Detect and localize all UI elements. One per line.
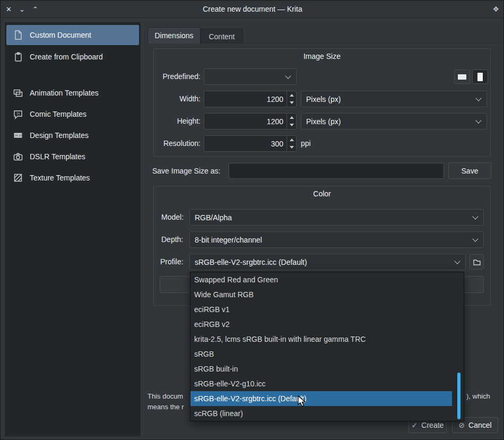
model-combo[interactable]: RGB/Alpha — [189, 209, 484, 226]
landscape-orientation-button[interactable] — [454, 70, 470, 84]
window-title: Create new document — Krita — [1, 1, 504, 18]
sidebar-item-custom-document[interactable]: Custom Document — [6, 25, 139, 45]
portrait-orientation-button[interactable] — [472, 70, 488, 84]
dropdown-scrollbar[interactable] — [457, 373, 460, 419]
profile-browse-button[interactable] — [470, 254, 484, 270]
chevron-down-icon — [454, 258, 460, 264]
sidebar-item-label: Texture Templates — [30, 174, 90, 182]
cancel-icon: ⊘ — [458, 421, 465, 429]
height-unit-value: Pixels (px) — [306, 117, 341, 126]
depth-label: Depth: — [161, 231, 183, 248]
folder-icon — [473, 258, 481, 266]
profile-combo[interactable]: sRGB-elle-V2-srgbtrc.icc (Default) — [189, 254, 466, 270]
mouse-cursor — [298, 395, 307, 409]
spin-up-icon[interactable] — [287, 136, 296, 144]
height-spin-buttons[interactable] — [286, 114, 296, 129]
model-label: Model: — [161, 209, 184, 226]
predefined-combo[interactable] — [204, 68, 297, 85]
profile-value: sRGB-elle-V2-srgbtrc.icc (Default) — [195, 258, 307, 266]
resolution-spinbox[interactable]: 300 — [204, 135, 297, 152]
predefined-label: Predefined: — [147, 68, 201, 85]
sidebar-item-texture-templates[interactable]: Texture Templates — [6, 168, 139, 188]
dropdown-item[interactable]: krita-2.5, lcms sRGB built-in with linea… — [190, 332, 452, 347]
sidebar-item-design-templates[interactable]: 16:10 Design Templates — [6, 125, 139, 145]
dropdown-item[interactable]: sRGB — [190, 347, 452, 361]
spin-down-icon[interactable] — [287, 144, 296, 152]
document-description-fragment: means the r — [147, 403, 184, 411]
dropdown-item[interactable]: eciRGB v1 — [190, 302, 452, 317]
resolution-spin-buttons[interactable] — [286, 136, 296, 151]
spin-up-icon[interactable] — [287, 114, 296, 122]
width-unit-value: Pixels (px) — [306, 95, 341, 103]
spin-down-icon[interactable] — [287, 99, 296, 107]
svg-text:16:10: 16:10 — [15, 134, 22, 137]
resolution-unit-label: ppi — [301, 135, 311, 152]
height-spinbox[interactable]: 1200 — [204, 113, 297, 130]
animation-icon — [12, 87, 24, 99]
spin-up-icon[interactable] — [287, 91, 296, 99]
dropdown-item-selected[interactable]: sRGB-elle-V2-srgbtrc.icc (Default) — [190, 391, 452, 406]
sidebar-item-create-from-clipboard[interactable]: Create from Clipboard — [6, 47, 139, 67]
depth-combo[interactable]: 8-bit integer/channel — [189, 231, 484, 248]
chevron-down-icon — [475, 95, 481, 101]
portrait-icon — [477, 73, 483, 81]
width-label: Width: — [147, 91, 201, 107]
cancel-button-label: Cancel — [468, 421, 492, 429]
dropdown-item[interactable]: sRGB-elle-V2-g10.icc — [190, 376, 452, 391]
sidebar-item-label: DSLR Templates — [30, 152, 85, 161]
sidebar-item-dslr-templates[interactable]: DSLR Templates — [6, 146, 139, 167]
svg-text:?!: ?! — [16, 111, 20, 116]
design-icon: 16:10 — [12, 130, 24, 141]
chevron-down-icon — [472, 213, 478, 219]
sidebar-item-label: Create from Clipboard — [30, 53, 103, 61]
sidebar-item-animation-templates[interactable]: Animation Templates — [6, 83, 139, 103]
tab-content[interactable]: Content — [201, 29, 243, 44]
profile-dropdown-popup: Swapped Red and Green Wide Gamut RGB eci… — [190, 272, 464, 421]
dropdown-item[interactable]: eciRGB v2 — [190, 317, 452, 332]
dropdown-item[interactable]: Swapped Red and Green — [190, 272, 452, 287]
color-title: Color — [154, 189, 490, 198]
width-unit-combo[interactable]: Pixels (px) — [301, 91, 487, 107]
tab-dimensions[interactable]: Dimensions — [147, 27, 201, 44]
save-image-size-label: Save Image Size as: — [152, 163, 220, 179]
height-label: Height: — [147, 113, 201, 130]
comic-icon: ?! — [12, 108, 24, 120]
sidebar-item-label: Custom Document — [30, 31, 91, 39]
resolution-value: 300 — [204, 136, 283, 151]
create-button-label: Create — [421, 421, 444, 429]
sidebar-item-label: Design Templates — [30, 131, 89, 140]
height-unit-combo[interactable]: Pixels (px) — [301, 113, 487, 130]
dropdown-item[interactable]: Wide Gamut RGB — [190, 287, 452, 302]
width-value: 1200 — [204, 91, 283, 107]
document-description-fragment: ), which — [466, 392, 490, 400]
dropdown-item[interactable]: sRGB built-in — [190, 361, 452, 376]
create-new-document-dialog: ✕ ⌄ ⌃ Create new document — Krita ❖ Cust… — [0, 0, 504, 440]
chevron-down-icon — [475, 117, 481, 123]
camera-icon — [12, 151, 24, 162]
spin-down-icon[interactable] — [287, 122, 296, 130]
clipboard-icon — [12, 51, 24, 63]
dropdown-item[interactable]: scRGB (linear) — [190, 406, 452, 421]
width-spinbox[interactable]: 1200 — [204, 91, 297, 107]
document-icon — [12, 29, 24, 41]
chevron-down-icon — [472, 236, 478, 241]
save-image-size-input[interactable] — [229, 163, 444, 179]
titlebar[interactable]: ✕ ⌄ ⌃ Create new document — Krita ❖ — [1, 1, 504, 18]
titlebar-app-icon: ❖ — [492, 5, 499, 13]
image-size-title: Image Size — [154, 52, 490, 61]
template-sidebar: Custom Document Create from Clipboard An… — [5, 22, 141, 436]
model-value: RGB/Alpha — [195, 213, 232, 222]
landscape-icon — [458, 74, 466, 80]
profile-label: Profile: — [160, 254, 184, 270]
sidebar-item-comic-templates[interactable]: ?! Comic Templates — [6, 104, 139, 124]
chevron-down-icon — [285, 73, 291, 79]
texture-icon — [12, 172, 24, 184]
check-icon: ✓ — [412, 421, 418, 429]
width-spin-buttons[interactable] — [286, 91, 296, 107]
save-button[interactable]: Save — [448, 162, 491, 179]
height-value: 1200 — [204, 114, 283, 129]
resolution-label: Resolution: — [147, 135, 201, 152]
depth-value: 8-bit integer/channel — [195, 236, 262, 244]
sidebar-item-label: Animation Templates — [30, 89, 99, 97]
save-button-label: Save — [462, 167, 479, 175]
